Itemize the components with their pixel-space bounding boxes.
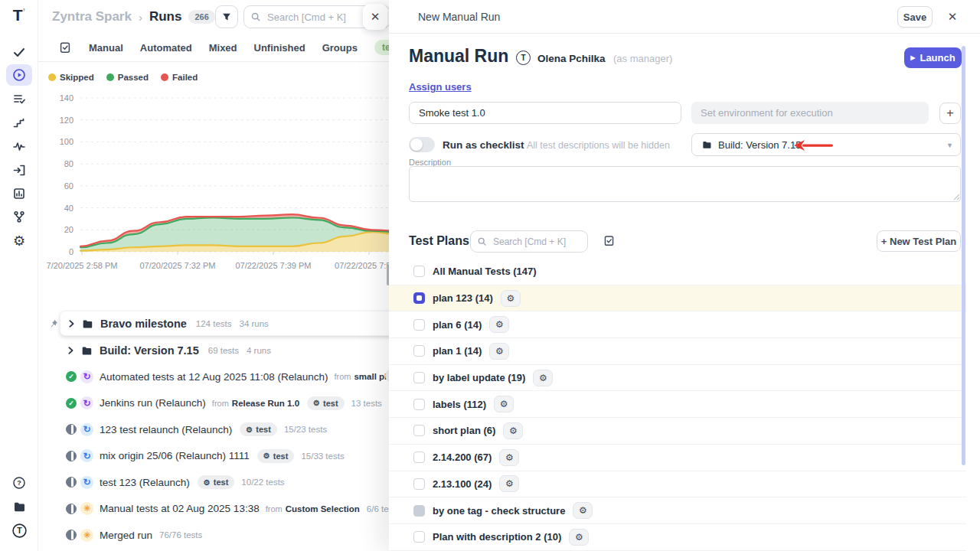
run-play-icon[interactable] <box>6 64 32 86</box>
test-plan-row[interactable]: labels (112)⚙ <box>389 391 966 418</box>
resize-handle-icon[interactable] <box>953 194 960 201</box>
search-clear-button[interactable]: ✕ <box>363 4 387 30</box>
close-icon[interactable]: ✕ <box>943 9 962 24</box>
status-passed-icon: ✓ <box>66 398 77 409</box>
tab-groups[interactable]: Groups <box>322 42 358 54</box>
clipboard-check-icon[interactable] <box>603 235 615 249</box>
panel-title: New Manual Run <box>418 11 500 23</box>
branch-icon[interactable] <box>6 206 32 227</box>
gear-icon[interactable]: ⚙ <box>6 230 32 252</box>
launch-button[interactable]: ▶ Launch <box>904 47 962 68</box>
run-title: Manual Run <box>409 46 508 67</box>
run-folder-row[interactable]: Build: Version 7.1569 tests4 runs <box>60 337 389 363</box>
gear-button[interactable]: ⚙ <box>489 316 509 333</box>
profile-logo-icon[interactable]: T <box>6 520 32 541</box>
gear-button[interactable]: ⚙ <box>499 449 519 466</box>
manager-name: Olena Pchilka <box>537 53 606 64</box>
gear-button[interactable]: ⚙ <box>533 370 553 386</box>
status-in-progress-icon <box>66 477 77 487</box>
tag-chip[interactable]: ⚙test <box>198 475 235 489</box>
manual-icon: ✳ <box>80 529 93 542</box>
test-plan-checkbox[interactable] <box>413 292 425 304</box>
tab-mixed[interactable]: Mixed <box>209 42 237 54</box>
clipboard-check-icon[interactable] <box>59 41 71 54</box>
test-plan-row[interactable]: short plan (6)⚙ <box>389 418 966 445</box>
test-plan-label: by one tag - check structure <box>433 505 565 517</box>
from-value[interactable]: Release Run 1.0 <box>232 399 299 408</box>
tag-chip[interactable]: ⚙test <box>257 449 295 463</box>
import-icon[interactable] <box>6 159 32 181</box>
help-icon[interactable]: ? <box>6 472 32 494</box>
test-plan-label: plan 1 (14) <box>433 345 482 357</box>
test-plan-checkbox[interactable] <box>413 531 425 543</box>
test-plan-checkbox[interactable] <box>413 425 425 436</box>
run-row[interactable]: ✳Manual tests at 02 Aug 2025 13:38fromCu… <box>60 496 389 521</box>
activity-icon[interactable] <box>6 135 32 157</box>
add-environment-button[interactable]: + <box>939 103 961 124</box>
gear-button[interactable]: ⚙ <box>573 502 593 519</box>
from-value[interactable]: Custom Selection <box>286 504 360 514</box>
test-plan-row[interactable]: plan 123 (14)⚙ <box>389 285 966 312</box>
new-test-plan-button[interactable]: + New Test Plan <box>877 230 961 252</box>
test-plan-checkbox[interactable] <box>413 266 425 277</box>
search-input[interactable] <box>266 11 365 24</box>
list-check-icon[interactable] <box>6 88 32 109</box>
test-plan-checkbox[interactable] <box>413 505 425 517</box>
run-row[interactable]: ↻test 123 (Relaunch)⚙test10/22 tests <box>60 470 389 495</box>
test-plan-row[interactable]: by one tag - check structure⚙ <box>389 497 966 524</box>
test-plan-row[interactable]: All Manual Tests (147) <box>389 259 966 285</box>
tag-chip[interactable]: ⚙test <box>240 422 277 436</box>
run-as-checklist-toggle[interactable] <box>409 137 435 152</box>
tab-automated[interactable]: Automated <box>140 42 192 54</box>
assign-users-link[interactable]: Assign users <box>409 81 472 93</box>
build-select-dropdown[interactable]: Build: Version 7.15 ▼ <box>691 133 961 156</box>
chevron-right-icon[interactable] <box>67 319 76 328</box>
run-row[interactable]: ✳Merged run76/76 tests <box>60 523 389 548</box>
gear-button[interactable]: ⚙ <box>489 343 509 360</box>
environment-input[interactable] <box>691 102 929 124</box>
test-plan-checkbox[interactable] <box>413 345 425 357</box>
test-plan-checkbox[interactable] <box>413 399 425 410</box>
save-button[interactable]: Save <box>897 6 933 28</box>
test-plan-row[interactable]: plan 6 (14)⚙ <box>389 311 966 338</box>
test-plan-row[interactable]: by label update (19)⚙ <box>389 365 966 392</box>
gear-button[interactable]: ⚙ <box>499 475 519 492</box>
gear-button[interactable]: ⚙ <box>494 396 514 412</box>
test-plan-checkbox[interactable] <box>413 319 425 331</box>
test-plans-search-input[interactable] <box>492 236 576 248</box>
run-row[interactable]: ↻123 test relaunch (Relaunch)⚙test15/23 … <box>60 417 389 442</box>
test-plan-row[interactable]: 2.14.200 (67)⚙ <box>389 445 966 471</box>
tab-manual[interactable]: Manual <box>89 42 123 54</box>
gear-button[interactable]: ⚙ <box>569 529 589 546</box>
test-plan-row[interactable]: plan 1 (14)⚙ <box>389 338 966 365</box>
check-icon[interactable] <box>6 41 32 63</box>
test-plan-checkbox[interactable] <box>413 452 425 463</box>
gear-button[interactable]: ⚙ <box>503 422 523 439</box>
test-plan-row[interactable]: Plan with description 2 (10)⚙ <box>389 524 966 551</box>
test-plan-checkbox[interactable] <box>413 372 425 383</box>
from-label: from <box>334 372 351 381</box>
run-folder-row[interactable]: Bravo milestone124 tests34 runs <box>60 311 404 336</box>
filter-button[interactable] <box>215 5 238 28</box>
tag-chip[interactable]: ⚙test <box>307 396 345 410</box>
project-name[interactable]: Zyntra Spark <box>52 9 132 24</box>
run-name-input[interactable] <box>409 102 681 124</box>
app-logo-icon[interactable]: T’ <box>0 6 38 24</box>
test-plan-row[interactable]: 2.13.100 (24)⚙ <box>389 471 966 498</box>
description-input[interactable] <box>409 166 961 202</box>
search-icon <box>250 11 261 22</box>
steps-icon[interactable] <box>6 112 32 133</box>
panel-scrollbar-thumb[interactable] <box>962 46 965 465</box>
run-row[interactable]: ↻mix origin 25/06 (Relaunch) 1111⚙test15… <box>60 443 389 468</box>
folder-label: Bravo milestone <box>100 318 187 330</box>
manager-avatar[interactable]: T <box>516 51 531 65</box>
tab-unfinished[interactable]: Unfinished <box>254 42 305 54</box>
folder-icon[interactable] <box>6 496 32 517</box>
test-plan-checkbox[interactable] <box>413 478 425 490</box>
run-row[interactable]: ✓↻Automated tests at 12 Aug 2025 11:08 (… <box>60 364 389 390</box>
report-icon[interactable] <box>6 183 32 204</box>
test-plans-search[interactable] <box>470 230 588 253</box>
chevron-right-icon[interactable] <box>66 346 75 355</box>
gear-button[interactable]: ⚙ <box>501 290 521 307</box>
run-row[interactable]: ✓↻Jenkins run (Relaunch)fromRelease Run … <box>60 390 389 416</box>
